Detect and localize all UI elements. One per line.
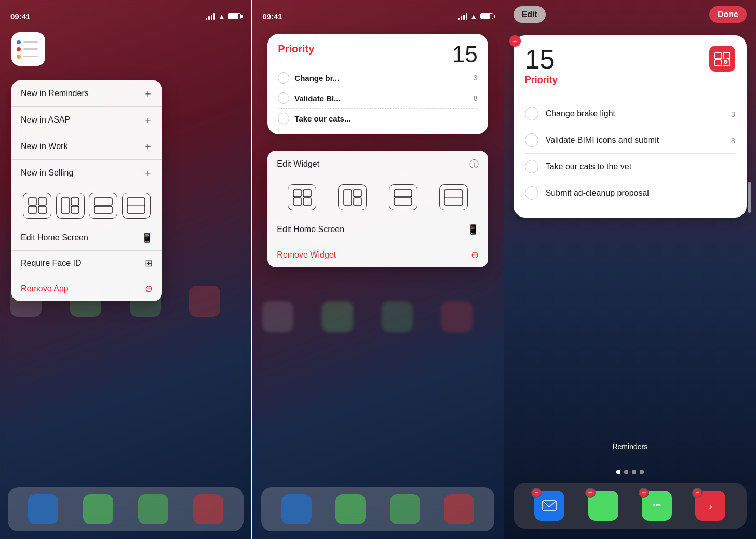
menu-item-new-selling[interactable]: New in Selling ＋ xyxy=(11,160,162,186)
panel3-dock: − − 📞 − xyxy=(514,483,747,529)
task-circle-lg-2 xyxy=(525,160,538,173)
task-circle-lg-1 xyxy=(525,133,538,147)
p2-widget-size-small[interactable] xyxy=(288,184,316,210)
page-dot-3 xyxy=(632,470,636,474)
dock-app-music[interactable]: − ♪ xyxy=(695,491,725,521)
menu-item-new-selling-plus: ＋ xyxy=(143,167,153,179)
p2-dock-music xyxy=(444,494,474,524)
svg-point-32 xyxy=(653,504,655,506)
signal-icon xyxy=(206,13,215,20)
svg-rect-11 xyxy=(293,190,301,197)
panel2-status-bar: 09:41 ▲ xyxy=(252,0,503,26)
menu-item-new-asap-plus: ＋ xyxy=(143,114,153,126)
widget-count: 15 xyxy=(452,43,478,66)
widget-size-full[interactable] xyxy=(122,193,151,219)
face-id-icon: ⊞ xyxy=(145,258,153,269)
svg-rect-5 xyxy=(71,198,79,205)
scroll-handle xyxy=(748,182,751,213)
dock-app-messages[interactable]: − xyxy=(642,491,672,521)
menu-item-face-id[interactable]: Require Face ID ⊞ xyxy=(11,251,162,276)
task-name-1: Validate Bl... xyxy=(294,94,468,103)
task-count-lg-0: 3 xyxy=(731,110,735,118)
page-dot-1 xyxy=(616,470,620,474)
expanded-label: Priority xyxy=(525,75,558,86)
svg-point-33 xyxy=(656,504,658,506)
widget-title: Priority xyxy=(278,43,314,55)
remove-app-icon: ⊖ xyxy=(145,283,153,294)
task-circle-1 xyxy=(278,92,289,104)
dock-app-mail[interactable]: − xyxy=(534,491,564,521)
panel-1: 09:41 ▲ xyxy=(0,0,251,539)
widget-size-large[interactable] xyxy=(89,193,117,219)
task-count-lg-1: 8 xyxy=(731,136,735,145)
dock-app-phone[interactable]: − 📞 xyxy=(588,491,618,521)
dock-messages[interactable] xyxy=(138,494,168,524)
remove-widget-icon: ⊖ xyxy=(471,249,479,261)
expanded-task-0: Change brake light 3 xyxy=(525,101,735,127)
phone-minus[interactable]: − xyxy=(585,488,596,498)
widget-minus-badge[interactable]: − xyxy=(509,35,521,47)
dock-phone[interactable] xyxy=(83,494,113,524)
svg-rect-7 xyxy=(95,198,112,205)
menu-item-new-selling-label: New in Selling xyxy=(21,168,73,178)
expanded-widget[interactable]: 15 Priority ⚙ Change brake light 3 V xyxy=(514,35,747,218)
p2-dock-phone xyxy=(335,494,366,524)
widget-sizes-row xyxy=(11,186,162,225)
task-circle-2 xyxy=(278,113,289,124)
expanded-task-1: Validate BIMI icons and submit 8 xyxy=(525,127,735,154)
widget-size-medium[interactable] xyxy=(56,193,85,219)
menu-item-new-reminders[interactable]: New in Reminders ＋ xyxy=(11,80,162,107)
info-icon: ⓘ xyxy=(469,158,479,170)
svg-rect-22 xyxy=(715,52,721,59)
page-dot-2 xyxy=(624,470,628,474)
task-circle-lg-3 xyxy=(525,186,538,200)
widget-task-0: Change br... 3 xyxy=(278,72,477,88)
menu-item-remove-widget[interactable]: Remove Widget ⊖ xyxy=(267,242,488,267)
task-name-lg-0: Change brake light xyxy=(546,109,724,118)
edit-home-icon: 📱 xyxy=(141,232,153,244)
menu-item-edit-home[interactable]: Edit Home Screen 📱 xyxy=(11,225,162,251)
svg-rect-19 xyxy=(394,198,412,205)
reminders-app-icon[interactable] xyxy=(11,32,45,66)
battery-icon xyxy=(228,13,241,19)
svg-rect-18 xyxy=(394,190,412,197)
p2-dock-messages xyxy=(390,494,420,524)
svg-point-29 xyxy=(597,499,610,513)
expanded-count: 15 xyxy=(525,46,558,73)
panel2-blurred-icons xyxy=(262,301,493,332)
widget-task-1: Validate Bl... 8 xyxy=(278,92,477,109)
panel2-time: 09:41 xyxy=(262,12,282,21)
p2-widget-size-large[interactable] xyxy=(389,184,417,210)
panel2-widget-sizes xyxy=(267,178,488,217)
menu-item-remove-app[interactable]: Remove App ⊖ xyxy=(11,276,162,301)
edit-widget-label: Edit Widget xyxy=(277,159,319,169)
wifi-icon: ▲ xyxy=(218,12,225,20)
widget-title-group: Priority xyxy=(278,43,314,55)
task-circle-0 xyxy=(278,72,289,84)
dock-mail[interactable] xyxy=(28,494,58,524)
svg-rect-12 xyxy=(303,190,311,197)
menu-item-edit-home-2[interactable]: Edit Home Screen 📱 xyxy=(267,217,488,242)
task-name-lg-2: Take our cats to the vet xyxy=(546,162,728,171)
context-menu-1: New in Reminders ＋ New in ASAP ＋ New in … xyxy=(11,80,162,301)
menu-item-edit-home-label: Edit Home Screen xyxy=(21,233,88,242)
svg-rect-6 xyxy=(71,206,79,213)
widget-header: Priority 15 xyxy=(278,43,477,66)
dock-music[interactable] xyxy=(193,494,223,524)
panel-3: Edit Done − 15 Priority ⚙ xyxy=(504,0,756,539)
menu-item-new-work[interactable]: New in Work ＋ xyxy=(11,133,162,160)
page-dots xyxy=(504,470,756,474)
widget-tasks: Change br... 3 Validate Bl... 8 Take our… xyxy=(278,72,477,124)
task-name-0: Change br... xyxy=(294,74,468,83)
widget-size-small[interactable] xyxy=(23,193,51,219)
p2-widget-size-full[interactable] xyxy=(439,184,468,210)
svg-rect-15 xyxy=(344,190,352,205)
p2-widget-size-medium[interactable] xyxy=(338,184,367,210)
edit-widget-header: Edit Widget ⓘ xyxy=(267,151,488,178)
edit-home-icon-2: 📱 xyxy=(467,224,479,235)
panel2-widget[interactable]: Priority 15 Change br... 3 Validate Bl..… xyxy=(267,34,488,134)
svg-rect-14 xyxy=(303,198,311,205)
svg-rect-2 xyxy=(29,206,36,213)
messages-minus[interactable]: − xyxy=(639,488,649,498)
menu-item-new-asap[interactable]: New in ASAP ＋ xyxy=(11,107,162,133)
